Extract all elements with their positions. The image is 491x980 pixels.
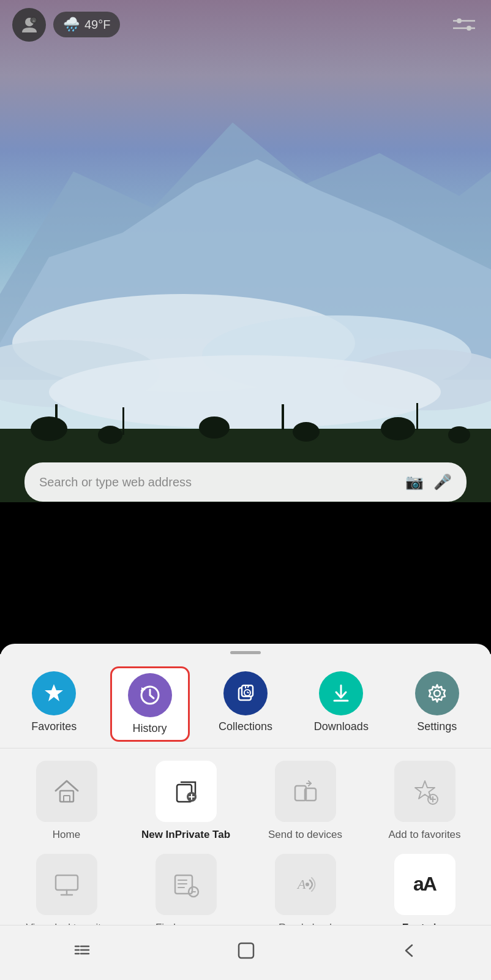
- settings-label: Settings: [417, 720, 457, 733]
- new-inprivate-icon-box: [156, 761, 217, 822]
- filter-icon[interactable]: [449, 10, 479, 39]
- collections-label: Collections: [219, 720, 272, 733]
- temperature-label: 49°F: [84, 18, 110, 32]
- search-action-icons: 📷 🎤: [405, 473, 452, 491]
- bottom-nav-bar: [0, 925, 491, 980]
- svg-rect-42: [64, 796, 70, 802]
- home-label: Home: [53, 828, 80, 842]
- svg-point-22: [457, 18, 462, 23]
- font-size-icon-box: aA: [394, 854, 455, 915]
- favorites-label: Favorites: [31, 720, 77, 733]
- action-read-aloud[interactable]: A Read aloud: [249, 854, 362, 935]
- svg-rect-17: [282, 404, 284, 430]
- home-icon-box: [36, 761, 97, 822]
- action-font-size[interactable]: aA Font size: [368, 854, 481, 935]
- home-nav-button[interactable]: [218, 935, 274, 971]
- new-inprivate-label: New InPrivate Tab: [141, 828, 230, 842]
- svg-rect-73: [239, 943, 253, 958]
- profile-button[interactable]: +: [12, 8, 46, 42]
- nav-item-downloads[interactable]: Downloads: [301, 666, 381, 742]
- weather-widget[interactable]: 🌧️ 49°F: [53, 12, 120, 37]
- svg-line-37: [248, 686, 249, 687]
- action-new-inprivate-tab[interactable]: New InPrivate Tab: [129, 761, 242, 842]
- status-bar: + 🌧️ 49°F: [0, 0, 491, 49]
- action-view-desktop-site[interactable]: View desktop site: [10, 854, 123, 935]
- svg-point-11: [199, 417, 230, 439]
- nav-item-collections[interactable]: Collections: [206, 666, 285, 742]
- browser-nav-row: Favorites History: [0, 654, 491, 748]
- mountain-background: [0, 0, 491, 502]
- downloads-icon-circle: [319, 671, 363, 715]
- svg-point-40: [434, 690, 440, 696]
- svg-rect-16: [122, 407, 124, 435]
- action-grid-row1: Home New InPrivate Tab: [0, 748, 491, 854]
- svg-rect-18: [416, 403, 418, 430]
- svg-marker-28: [45, 684, 63, 701]
- weather-icon: 🌧️: [63, 17, 80, 32]
- action-home[interactable]: Home: [10, 761, 123, 842]
- settings-icon-circle: [415, 671, 459, 715]
- svg-point-10: [98, 426, 122, 444]
- svg-point-7: [49, 355, 441, 429]
- action-send-to-devices[interactable]: Send to devices: [249, 761, 362, 842]
- menu-button[interactable]: [54, 935, 110, 971]
- font-size-aa-icon: aA: [413, 873, 436, 895]
- back-button[interactable]: [383, 935, 437, 970]
- svg-point-66: [305, 883, 309, 886]
- svg-text:A: A: [296, 876, 306, 892]
- svg-rect-15: [55, 404, 58, 429]
- action-add-to-favorites[interactable]: Add to favorites: [368, 761, 481, 842]
- add-to-favorites-label: Add to favorites: [388, 828, 460, 842]
- read-aloud-icon-box: A: [275, 854, 336, 915]
- find-on-page-icon-box: [156, 854, 217, 915]
- favorites-icon-circle: [32, 671, 76, 715]
- view-desktop-icon-box: [36, 854, 97, 915]
- search-bar[interactable]: Search or type web address 📷 🎤: [24, 462, 467, 502]
- nav-item-settings[interactable]: Settings: [397, 666, 477, 742]
- svg-marker-52: [415, 781, 435, 799]
- downloads-label: Downloads: [314, 720, 369, 733]
- svg-point-25: [467, 26, 471, 31]
- svg-point-12: [293, 422, 320, 442]
- camera-icon[interactable]: 📷: [405, 473, 424, 491]
- svg-point-14: [448, 426, 470, 443]
- svg-text:+: +: [32, 18, 35, 24]
- nav-item-favorites[interactable]: Favorites: [14, 666, 94, 742]
- svg-rect-56: [56, 875, 78, 890]
- add-to-favorites-icon-box: [394, 761, 455, 822]
- svg-rect-32: [242, 685, 253, 696]
- status-left: + 🌧️ 49°F: [12, 8, 120, 42]
- bottom-sheet: Favorites History: [0, 644, 491, 980]
- search-placeholder: Search or type web address: [39, 475, 192, 489]
- search-bar-container: Search or type web address 📷 🎤: [24, 462, 467, 502]
- history-icon-circle: [128, 673, 172, 717]
- microphone-icon[interactable]: 🎤: [433, 473, 452, 491]
- svg-point-13: [381, 417, 415, 440]
- send-to-devices-label: Send to devices: [268, 828, 342, 842]
- send-to-devices-icon-box: [275, 761, 336, 822]
- nav-item-history[interactable]: History: [110, 666, 190, 742]
- history-label: History: [133, 722, 167, 735]
- action-find-on-page[interactable]: Find on page: [129, 854, 242, 935]
- svg-point-9: [31, 417, 67, 441]
- collections-icon-circle: [223, 671, 268, 715]
